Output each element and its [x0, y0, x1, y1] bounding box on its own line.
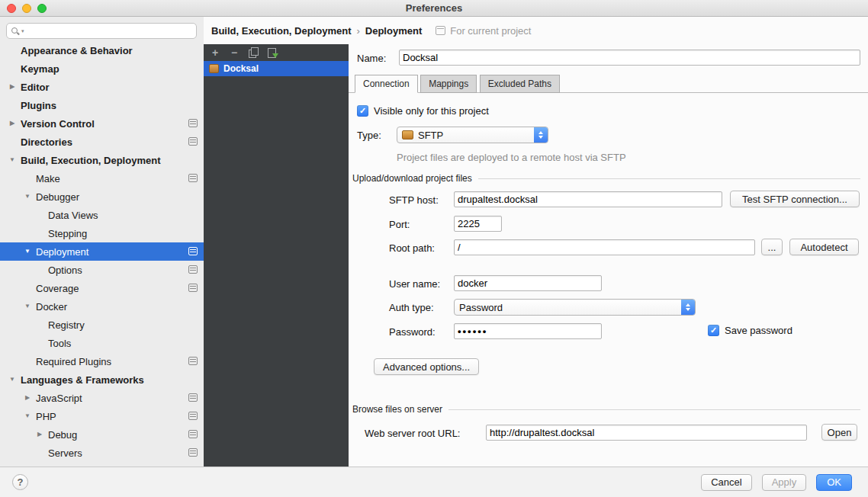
sidebar-item-tools[interactable]: Tools: [0, 334, 204, 352]
breadcrumb-bar: Build, Execution, Deployment › Deploymen…: [204, 17, 868, 44]
sidebar-item-coverage[interactable]: Coverage: [0, 279, 204, 297]
test-sftp-connection-button[interactable]: Test SFTP connection...: [730, 191, 860, 207]
root-path-input[interactable]: [454, 239, 755, 255]
sidebar-item-label: Debug: [48, 429, 77, 441]
web-root-input[interactable]: [486, 425, 807, 441]
help-button[interactable]: ?: [12, 474, 28, 490]
sidebar-item-editor[interactable]: ▶ Editor: [0, 78, 204, 96]
browse-group-header: Browse files on server: [352, 404, 860, 415]
upload-group-label: Upload/download project files: [352, 173, 472, 184]
checkbox-checked-icon: ✓: [357, 105, 368, 117]
sidebar-item-docker[interactable]: ▼ Docker: [0, 297, 204, 316]
server-list-panel: + − Docksal: [204, 44, 349, 467]
cancel-button[interactable]: Cancel: [701, 474, 751, 491]
sidebar-item-version-control[interactable]: ▶ Version Control: [0, 114, 204, 133]
settings-sidebar: ▾ Appearance & Behavior Keymap ▶ Editor …: [0, 17, 204, 467]
paste-server-button[interactable]: [266, 46, 278, 59]
chevron-right-icon[interactable]: ▶: [8, 84, 17, 90]
project-config-icon: [188, 448, 198, 457]
sidebar-item-options[interactable]: Options: [0, 261, 204, 279]
sidebar-item-stepping[interactable]: Stepping: [0, 224, 204, 242]
user-name-input[interactable]: [454, 275, 602, 291]
sidebar-item-label: Coverage: [36, 283, 79, 294]
chevron-right-icon[interactable]: ▶: [35, 431, 44, 438]
sidebar-item-label: Options: [48, 265, 82, 276]
breadcrumb-separator-icon: ›: [356, 25, 359, 37]
sidebar-item-plugins[interactable]: Plugins: [0, 96, 204, 114]
settings-tabs: Connection Mappings Excluded Paths: [349, 75, 868, 93]
sidebar-item-debug[interactable]: ▶ Debug: [0, 425, 204, 444]
sidebar-item-registry[interactable]: Registry: [0, 316, 204, 334]
ok-button[interactable]: OK: [816, 474, 852, 491]
scope-label: For current project: [450, 25, 531, 37]
sidebar-item-keymap[interactable]: Keymap: [0, 59, 204, 78]
browse-root-path-button[interactable]: ...: [761, 239, 783, 255]
auth-type-select[interactable]: Password: [454, 299, 696, 316]
sidebar-item-make[interactable]: Make: [0, 169, 204, 188]
chevron-down-icon[interactable]: ▼: [23, 248, 32, 255]
sidebar-item-languages-frameworks[interactable]: ▼ Languages & Frameworks: [0, 370, 204, 389]
browse-group-label: Browse files on server: [352, 404, 442, 415]
settings-search-box[interactable]: ▾: [6, 23, 197, 39]
titlebar: Preferences: [0, 0, 868, 17]
advanced-options-button[interactable]: Advanced options...: [374, 358, 479, 375]
project-config-icon: [188, 357, 198, 365]
add-server-button[interactable]: +: [209, 46, 221, 59]
chevron-down-icon[interactable]: ▼: [23, 413, 32, 419]
chevron-down-icon[interactable]: ▼: [23, 194, 32, 200]
name-input[interactable]: [399, 50, 860, 66]
save-password-checkbox[interactable]: ✓ Save password: [708, 325, 792, 336]
remove-server-button[interactable]: −: [228, 46, 240, 59]
sidebar-item-label: Editor: [21, 82, 50, 93]
chevron-right-icon[interactable]: ▶: [23, 395, 32, 401]
server-name: Docksal: [223, 63, 259, 74]
deployment-form-panel: Name: Connection Mappings Excluded Paths…: [349, 44, 868, 467]
preferences-window: Preferences ▾ Appearance & Behavior Keym…: [0, 0, 868, 497]
sidebar-item-servers[interactable]: Servers: [0, 444, 204, 462]
dialog-footer: ? Cancel Apply OK: [0, 467, 868, 497]
tab-mappings[interactable]: Mappings: [420, 75, 477, 93]
zoom-window-button[interactable]: [37, 4, 47, 13]
tab-connection[interactable]: Connection: [355, 75, 418, 93]
chevron-down-icon[interactable]: ▼: [23, 303, 32, 309]
copy-server-button[interactable]: [247, 46, 259, 59]
sidebar-item-label: Servers: [48, 447, 82, 459]
sidebar-item-javascript[interactable]: ▶ JavaScript: [0, 389, 204, 407]
sidebar-item-label: Languages & Frameworks: [21, 374, 144, 386]
autodetect-button[interactable]: Autodetect: [789, 239, 859, 255]
sidebar-item-debugger[interactable]: ▼ Debugger: [0, 188, 204, 206]
port-input[interactable]: [454, 216, 502, 232]
type-select-value: SFTP: [418, 130, 443, 141]
sidebar-item-directories[interactable]: Directories: [0, 133, 204, 151]
sidebar-item-label: Version Control: [21, 118, 95, 130]
sidebar-item-build-execution-deployment[interactable]: ▼ Build, Execution, Deployment: [0, 151, 204, 169]
sidebar-item-data-views[interactable]: Data Views: [0, 206, 204, 224]
sidebar-item-label: PHP: [36, 411, 56, 422]
sftp-type-icon: [402, 130, 413, 139]
search-icon: [11, 27, 19, 35]
sidebar-item-deployment[interactable]: ▼ Deployment: [0, 242, 204, 261]
chevron-right-icon[interactable]: ▶: [8, 120, 17, 127]
server-list-item[interactable]: Docksal: [204, 61, 349, 76]
minimize-window-button[interactable]: [22, 4, 31, 13]
visible-only-checkbox[interactable]: ✓ Visible only for this project: [357, 105, 489, 117]
sidebar-item-label: Required Plugins: [36, 356, 111, 367]
breadcrumb-section[interactable]: Build, Execution, Deployment: [211, 25, 351, 37]
chevron-down-icon[interactable]: ▼: [8, 377, 17, 383]
sftp-host-input[interactable]: [454, 191, 722, 207]
sidebar-item-appearance-behavior[interactable]: Appearance & Behavior: [0, 41, 204, 59]
apply-button[interactable]: Apply: [762, 474, 807, 491]
sidebar-item-php[interactable]: ▼ PHP: [0, 407, 204, 425]
sidebar-item-required-plugins[interactable]: Required Plugins: [0, 352, 204, 370]
open-url-button[interactable]: Open: [821, 424, 857, 441]
sftp-host-label: SFTP host:: [389, 194, 439, 206]
server-list-toolbar: + −: [204, 44, 349, 61]
search-history-chevron-icon[interactable]: ▾: [21, 28, 24, 34]
close-window-button[interactable]: [7, 4, 16, 13]
tab-excluded-paths[interactable]: Excluded Paths: [480, 75, 560, 93]
search-input[interactable]: [27, 25, 191, 37]
root-path-label: Root path:: [389, 242, 435, 254]
password-input[interactable]: [454, 323, 602, 339]
type-select[interactable]: SFTP: [397, 127, 548, 143]
chevron-down-icon[interactable]: ▼: [8, 157, 17, 163]
